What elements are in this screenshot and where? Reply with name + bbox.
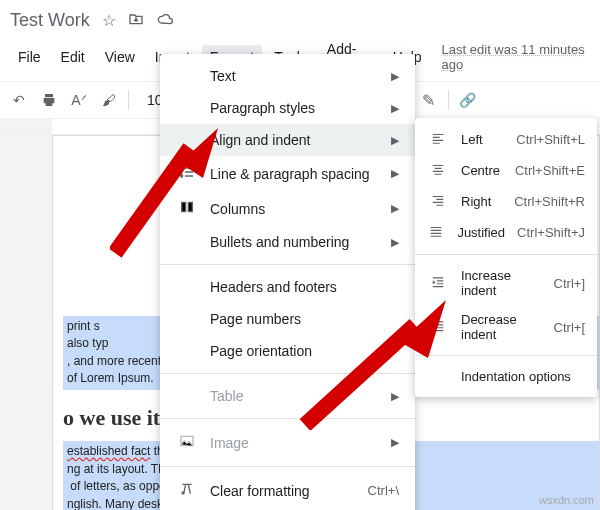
- align-justify-icon: [427, 224, 445, 241]
- last-edit-label[interactable]: Last edit was 11 minutes ago: [442, 42, 590, 72]
- watermark: wsxdn.com: [539, 494, 594, 506]
- left-gutter: [0, 135, 52, 510]
- clear-format-icon: [176, 481, 198, 500]
- align-indent-submenu: Left Ctrl+Shift+L Centre Ctrl+Shift+E Ri…: [415, 118, 597, 397]
- menu-label: Paragraph styles: [210, 100, 379, 116]
- menu-paragraph-styles[interactable]: Paragraph styles ▶: [160, 92, 415, 124]
- format-dropdown: Text ▶ Paragraph styles ▶ Align and inde…: [160, 54, 415, 510]
- paint-format-icon[interactable]: 🖌: [98, 89, 120, 111]
- menu-text[interactable]: Text ▶: [160, 60, 415, 92]
- submenu-justified[interactable]: Justified Ctrl+Shift+J: [415, 217, 597, 248]
- decrease-indent-icon: [427, 319, 449, 336]
- toolbar-divider: [448, 90, 449, 110]
- chevron-right-icon: ▶: [391, 167, 399, 180]
- submenu-left[interactable]: Left Ctrl+Shift+L: [415, 124, 597, 155]
- chevron-right-icon: ▶: [391, 70, 399, 83]
- menu-label: Image: [210, 435, 379, 451]
- menu-file[interactable]: File: [10, 45, 49, 69]
- chevron-right-icon: ▶: [391, 436, 399, 449]
- submenu-right[interactable]: Right Ctrl+Shift+R: [415, 186, 597, 217]
- align-right-icon: [427, 193, 449, 210]
- submenu-label: Increase indent: [461, 268, 542, 298]
- columns-icon: [176, 199, 198, 218]
- menu-clear-formatting[interactable]: Clear formatting Ctrl+\: [160, 473, 415, 508]
- submenu-shortcut: Ctrl+Shift+R: [514, 194, 585, 209]
- submenu-label: Justified: [457, 225, 505, 240]
- spellcheck-icon[interactable]: Aᐟ: [68, 89, 90, 111]
- menu-label: Line & paragraph spacing: [210, 166, 379, 182]
- submenu-label: Indentation options: [461, 369, 585, 384]
- menu-edit[interactable]: Edit: [53, 45, 93, 69]
- menu-separator: [160, 418, 415, 419]
- submenu-decrease-indent[interactable]: Decrease indent Ctrl+[: [415, 305, 597, 349]
- cloud-status-icon[interactable]: [156, 11, 174, 31]
- menu-align-indent[interactable]: Align and indent ▶: [160, 124, 415, 156]
- menu-separator: [160, 373, 415, 374]
- undo-icon[interactable]: ↶: [8, 89, 30, 111]
- link-button[interactable]: 🔗: [457, 89, 479, 111]
- menu-separator: [160, 466, 415, 467]
- chevron-right-icon: ▶: [391, 102, 399, 115]
- align-left-icon: [427, 131, 449, 148]
- submenu-shortcut: Ctrl+]: [554, 276, 585, 291]
- menu-separator: [415, 355, 597, 356]
- chevron-right-icon: ▶: [391, 134, 399, 147]
- align-center-icon: [427, 162, 449, 179]
- menu-image: Image ▶: [160, 425, 415, 460]
- increase-indent-icon: [427, 275, 449, 292]
- document-title[interactable]: Test Work: [10, 10, 90, 31]
- menu-label: Text: [210, 68, 379, 84]
- submenu-increase-indent[interactable]: Increase indent Ctrl+]: [415, 261, 597, 305]
- menu-label: Clear formatting: [210, 483, 356, 499]
- menu-label: Bullets and numbering: [210, 234, 379, 250]
- menu-label: Headers and footers: [210, 279, 399, 295]
- menu-table: Table ▶: [160, 380, 415, 412]
- submenu-label: Centre: [461, 163, 503, 178]
- submenu-label: Right: [461, 194, 502, 209]
- submenu-indent-options[interactable]: Indentation options: [415, 362, 597, 391]
- submenu-shortcut: Ctrl+Shift+L: [516, 132, 585, 147]
- chevron-right-icon: ▶: [391, 202, 399, 215]
- menu-headers-footers[interactable]: Headers and footers: [160, 271, 415, 303]
- star-icon[interactable]: ☆: [102, 11, 116, 30]
- menu-label: Columns: [210, 201, 379, 217]
- move-icon[interactable]: [128, 11, 144, 31]
- menu-line-spacing[interactable]: Line & paragraph spacing ▶: [160, 156, 415, 191]
- menu-label: Page numbers: [210, 311, 399, 327]
- menu-shortcut: Ctrl+\: [368, 483, 399, 498]
- underlined-text: established fact: [67, 444, 150, 458]
- menu-page-numbers[interactable]: Page numbers: [160, 303, 415, 335]
- chevron-right-icon: ▶: [391, 236, 399, 249]
- highlight-button[interactable]: ✎: [418, 89, 440, 111]
- toolbar-divider: [128, 90, 129, 110]
- menu-separator: [160, 264, 415, 265]
- menu-page-orientation[interactable]: Page orientation: [160, 335, 415, 367]
- menu-columns[interactable]: Columns ▶: [160, 191, 415, 226]
- menu-label: Table: [210, 388, 379, 404]
- menu-bullets-numbering[interactable]: Bullets and numbering ▶: [160, 226, 415, 258]
- submenu-shortcut: Ctrl+[: [554, 320, 585, 335]
- menu-label: Align and indent: [210, 132, 379, 148]
- menu-view[interactable]: View: [97, 45, 143, 69]
- line-spacing-icon: [176, 164, 198, 183]
- image-icon: [176, 433, 198, 452]
- submenu-shortcut: Ctrl+Shift+E: [515, 163, 585, 178]
- print-icon[interactable]: [38, 89, 60, 111]
- menu-separator: [415, 254, 597, 255]
- menu-label: Page orientation: [210, 343, 399, 359]
- submenu-label: Left: [461, 132, 504, 147]
- submenu-shortcut: Ctrl+Shift+J: [517, 225, 585, 240]
- submenu-label: Decrease indent: [461, 312, 542, 342]
- chevron-right-icon: ▶: [391, 390, 399, 403]
- submenu-centre[interactable]: Centre Ctrl+Shift+E: [415, 155, 597, 186]
